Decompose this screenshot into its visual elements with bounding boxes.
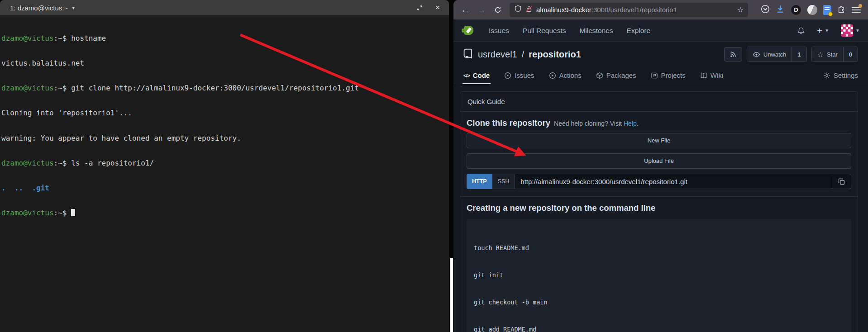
gitea-logo-icon[interactable] <box>462 24 475 38</box>
terminal-window: 1: dzamo@victus:~ ▼ × dzamo@victus:~$ ho… <box>0 0 449 332</box>
avatar <box>841 24 853 37</box>
terminal-line: dzamo@victus:~$ ls -a repositorio1/ <box>1 159 449 167</box>
play-circle-icon <box>549 72 556 79</box>
code-line: git checkout -b main <box>474 298 844 307</box>
bookmark-star-icon[interactable]: ☆ <box>737 5 744 14</box>
repo-content: Quick Guide Clone this repository Need h… <box>453 84 868 332</box>
terminal-titlebar[interactable]: 1: dzamo@victus:~ ▼ × <box>0 0 449 15</box>
menu-icon[interactable] <box>852 5 861 14</box>
copy-url-button[interactable] <box>832 174 851 189</box>
nav-milestones[interactable]: Milestones <box>579 27 613 35</box>
code-line: git add README.md <box>474 325 844 332</box>
quick-guide-title: Quick Guide <box>460 92 858 112</box>
terminal-line: dzamo@victus:~$ git clone http://almalin… <box>1 84 449 92</box>
terminal-line: . .. .git <box>1 184 449 192</box>
star-button-group: ☆ Star 0 <box>811 47 858 62</box>
create-repo-section: Creating a new repository on the command… <box>460 197 858 332</box>
clone-url-row: HTTP SSH http://almalinux9-docker:3000/u… <box>467 174 851 189</box>
nav-issues[interactable]: Issues <box>489 27 509 35</box>
rss-feed-button[interactable] <box>724 47 742 62</box>
forward-icon[interactable]: → <box>474 3 489 17</box>
watchers-count[interactable]: 1 <box>792 47 806 62</box>
notifications-bell-icon[interactable] <box>797 27 805 35</box>
extension-circle-icon[interactable] <box>807 5 817 15</box>
browser-window: ← → almalinux9-docker:3000/usrdevel1/rep… <box>453 0 868 332</box>
update-badge <box>858 4 862 8</box>
terminal-line: warning: You appear to have cloned an em… <box>1 134 449 142</box>
help-link[interactable]: Help <box>624 120 637 127</box>
tab-packages[interactable]: Packages <box>595 71 637 84</box>
code-line: touch README.md <box>474 243 844 252</box>
code-line: git init <box>474 270 844 280</box>
terminal-line: Cloning into 'repositorio1'... <box>1 109 449 117</box>
extensions-puzzle-icon[interactable] <box>837 5 846 15</box>
repo-tabs: </> Code Issues Actions Packages P <box>453 67 868 84</box>
window-edge-strip <box>450 258 453 332</box>
stars-count[interactable]: 0 <box>843 47 858 62</box>
close-icon[interactable]: × <box>434 4 442 12</box>
clone-url-input[interactable]: http://almalinux9-docker:3000/usrdevel1/… <box>515 174 832 189</box>
extension-document-icon[interactable] <box>823 5 831 15</box>
restore-window-icon[interactable] <box>415 4 424 12</box>
browser-toolbar: ← → almalinux9-docker:3000/usrdevel1/rep… <box>453 0 868 20</box>
project-board-icon <box>651 72 658 79</box>
clone-heading: Clone this repository <box>467 118 550 128</box>
repo-separator: / <box>522 49 525 60</box>
terminal-prompt-line: dzamo@victus:~$ <box>1 209 449 217</box>
tab-wiki[interactable]: Wiki <box>699 71 724 84</box>
clone-help-text: Need help cloning? Visit Help. <box>554 120 639 127</box>
url-bar[interactable]: almalinux9-docker:3000/usrdevel1/reposit… <box>510 3 748 17</box>
desktop: 1: dzamo@victus:~ ▼ × dzamo@victus:~$ ho… <box>0 0 868 332</box>
create-new-button[interactable]: +▼ <box>817 26 829 35</box>
clone-section: Clone this repository Need help cloning?… <box>460 112 858 197</box>
user-menu[interactable]: ▼ <box>841 24 860 37</box>
star-icon: ☆ <box>817 50 824 59</box>
gitea-navbar: Issues Pull Requests Milestones Explore … <box>453 20 868 42</box>
repo-owner-link[interactable]: usrdevel1 <box>478 49 517 60</box>
terminal-title-text: 1: dzamo@victus:~ <box>10 4 68 12</box>
extension-d-icon[interactable]: D <box>791 5 801 15</box>
new-file-button[interactable]: New File <box>467 133 851 148</box>
tab-issues[interactable]: Issues <box>503 71 535 84</box>
downloads-icon[interactable] <box>776 5 785 15</box>
shield-icon[interactable] <box>514 5 522 14</box>
package-icon <box>596 72 603 79</box>
upload-file-button[interactable]: Upload File <box>467 153 851 169</box>
tab-settings[interactable]: Settings <box>822 71 859 84</box>
repo-name-link[interactable]: repositorio1 <box>529 49 581 60</box>
unwatch-button[interactable]: Unwatch <box>747 47 792 62</box>
browser-extensions: D <box>761 5 861 15</box>
create-repo-heading: Creating a new repository on the command… <box>467 203 851 213</box>
terminal-title: 1: dzamo@victus:~ ▼ <box>10 4 76 12</box>
copy-icon <box>838 178 845 185</box>
repo-title: usrdevel1 / repositorio1 <box>463 48 581 61</box>
gitea-page: Issues Pull Requests Milestones Explore … <box>453 20 868 332</box>
eye-icon <box>753 51 760 58</box>
gear-icon <box>823 72 830 79</box>
terminal-cursor <box>71 209 75 216</box>
http-protocol-button[interactable]: HTTP <box>467 174 492 189</box>
tab-projects[interactable]: Projects <box>650 71 687 84</box>
create-repo-code-block[interactable]: touch README.md git init git checkout -b… <box>467 219 851 332</box>
terminal-line: victus.balaitus.net <box>1 59 449 67</box>
back-icon[interactable]: ← <box>458 3 472 17</box>
pocket-icon[interactable] <box>761 5 770 15</box>
repo-header: usrdevel1 / repositorio1 Unwatch 1 <box>453 42 868 67</box>
repo-icon <box>463 48 473 61</box>
chevron-down-icon[interactable]: ▼ <box>71 5 76 10</box>
nav-pull-requests[interactable]: Pull Requests <box>523 27 566 35</box>
book-icon <box>700 72 707 79</box>
code-icon: </> <box>463 73 470 78</box>
tab-code[interactable]: </> Code <box>463 71 491 84</box>
url-text[interactable]: almalinux9-docker:3000/usrdevel1/reposit… <box>536 6 734 14</box>
star-button[interactable]: ☆ Star <box>812 47 843 62</box>
issue-icon <box>504 72 511 79</box>
tab-actions[interactable]: Actions <box>548 71 582 84</box>
insecure-lock-icon[interactable] <box>525 5 533 14</box>
quick-guide-panel: Quick Guide Clone this repository Need h… <box>460 91 858 332</box>
nav-explore[interactable]: Explore <box>627 27 651 35</box>
ssh-protocol-button[interactable]: SSH <box>492 174 515 189</box>
terminal-output[interactable]: dzamo@victus:~$ hostname victus.balaitus… <box>0 15 449 234</box>
terminal-line: dzamo@victus:~$ hostname <box>1 34 449 43</box>
reload-icon[interactable] <box>491 3 505 17</box>
